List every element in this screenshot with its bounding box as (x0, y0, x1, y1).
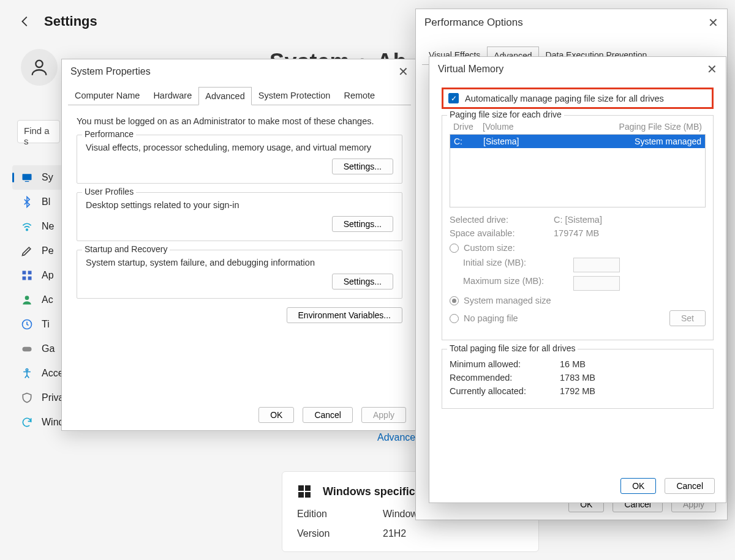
group-legend: Paging file size for each drive (447, 110, 564, 119)
svg-rect-13 (298, 492, 304, 498)
sidebar-item-label: Ac (42, 294, 53, 305)
svg-rect-1 (23, 174, 32, 180)
group-legend: User Profiles (82, 187, 136, 196)
selected-drive-label: Selected drive: (450, 215, 554, 225)
svg-rect-5 (23, 277, 26, 280)
sidebar-item-label: Pe (42, 245, 54, 256)
tab-system-protection[interactable]: System Protection (252, 86, 337, 105)
group-legend: Total paging file size for all drives (447, 343, 578, 353)
environment-variables-button[interactable]: Environment Variables... (287, 307, 402, 323)
apply-button[interactable]: Apply (361, 407, 406, 423)
spec-key: Version (297, 528, 383, 539)
svg-rect-9 (23, 347, 32, 352)
total-val: 1792 MB (560, 386, 595, 396)
sidebar-item-label: Ti (42, 319, 50, 330)
dialog-title: Virtual Memory (438, 64, 503, 75)
maximum-size-label: Maximum size (MB): (463, 276, 567, 291)
gaming-icon (21, 343, 33, 355)
ok-button[interactable]: OK (620, 478, 656, 494)
back-icon[interactable] (18, 15, 32, 28)
col-size: Paging File Size (MB) (598, 122, 702, 132)
dialog-title: System Properties (70, 66, 151, 77)
svg-rect-4 (28, 271, 32, 275)
personalize-icon (21, 245, 33, 257)
admin-note: You must be logged on as an Administrato… (77, 116, 402, 126)
group-legend: Performance (82, 129, 136, 139)
group-totals: Total paging file size for all drives Mi… (442, 349, 714, 409)
group-user-profiles: User Profiles Desktop settings related t… (77, 192, 402, 241)
privacy-icon (21, 392, 33, 404)
auto-manage-label: Automatically manage paging file size fo… (465, 94, 664, 103)
svg-rect-14 (305, 492, 311, 498)
spec-val: 21H2 (383, 528, 524, 539)
close-icon[interactable]: ✕ (398, 64, 409, 79)
auto-manage-checkbox[interactable]: ✓ (448, 93, 459, 103)
group-desc: System startup, system failure, and debu… (86, 258, 393, 267)
maximum-size-input (573, 276, 620, 291)
search-input[interactable]: Find a s (17, 120, 60, 143)
drive-volume: [Sistema] (483, 136, 597, 146)
selected-drive-value: C: [Sistema] (554, 215, 602, 225)
group-legend: Startup and Recovery (82, 244, 170, 254)
network-icon (21, 220, 33, 233)
time-icon (21, 318, 33, 330)
performance-settings-button[interactable]: Settings... (332, 159, 393, 174)
spec-key: Edition (297, 509, 383, 520)
cancel-button[interactable]: Cancel (303, 407, 353, 423)
total-key: Currently allocated: (450, 386, 560, 396)
user-profiles-settings-button[interactable]: Settings... (332, 216, 393, 232)
drive-row[interactable]: C: [Sistema] System managed (450, 135, 705, 148)
drive-list[interactable]: C: [Sistema] System managed (450, 134, 706, 207)
radio-icon (450, 244, 459, 253)
sidebar-item-label: Ap (42, 270, 54, 281)
tab-advanced[interactable]: Advanced (198, 87, 252, 105)
accessibility-icon (21, 367, 33, 379)
sidebar-item-label: Bl (42, 196, 50, 207)
dialog-title: Performance Options (424, 17, 523, 29)
group-paging-per-drive: Paging file size for each drive Drive [V… (442, 115, 714, 340)
auto-manage-highlight: ✓ Automatically manage paging file size … (442, 88, 714, 109)
group-performance: Performance Visual effects, processor sc… (77, 135, 402, 184)
svg-rect-11 (298, 485, 304, 491)
profile-avatar[interactable] (21, 49, 58, 86)
svg-point-7 (25, 296, 29, 300)
radio-no-paging: No paging file (450, 313, 518, 323)
update-icon (21, 416, 33, 428)
accounts-icon (21, 294, 33, 306)
drive-paging-size: System managed (597, 136, 701, 146)
sidebar-item-label: Ga (42, 343, 55, 354)
apps-icon (21, 269, 33, 282)
col-drive: Drive (453, 122, 483, 132)
group-desc: Visual effects, processor scheduling, me… (86, 143, 393, 152)
tab-remote[interactable]: Remote (337, 86, 382, 105)
ok-button[interactable]: OK (258, 407, 294, 423)
virtual-memory-dialog: Virtual Memory ✕ ✓ Automatically manage … (429, 56, 726, 503)
svg-rect-12 (305, 485, 311, 491)
set-button: Set (669, 310, 706, 326)
system-icon (21, 171, 33, 184)
system-managed-label: System managed size (464, 296, 551, 305)
svg-point-0 (36, 61, 42, 67)
col-volume: [Volume (483, 122, 598, 132)
total-val: 1783 MB (560, 373, 595, 383)
cancel-button[interactable]: Cancel (665, 478, 715, 494)
custom-size-label: Custom size: (464, 243, 515, 253)
svg-rect-3 (23, 271, 26, 275)
drive-letter: C: (454, 136, 483, 146)
initial-size-label: Initial size (MB): (463, 258, 567, 272)
total-val: 16 MB (560, 359, 586, 369)
sysprops-tabstrip: Computer Name Hardware Advanced System P… (62, 86, 417, 105)
total-key: Recommended: (450, 373, 560, 383)
space-available-label: Space available: (450, 228, 554, 238)
radio-custom-size: Custom size: (450, 243, 706, 253)
close-icon[interactable]: ✕ (708, 15, 718, 30)
radio-system-managed: System managed size (450, 296, 706, 305)
startup-recovery-settings-button[interactable]: Settings... (332, 274, 393, 289)
svg-rect-6 (28, 277, 32, 280)
close-icon[interactable]: ✕ (707, 62, 717, 77)
bluetooth-icon (21, 196, 33, 208)
tab-hardware[interactable]: Hardware (146, 86, 198, 105)
system-properties-dialog: System Properties ✕ Computer Name Hardwa… (61, 59, 418, 431)
tab-computer-name[interactable]: Computer Name (68, 86, 146, 105)
space-available-value: 179747 MB (554, 228, 599, 238)
